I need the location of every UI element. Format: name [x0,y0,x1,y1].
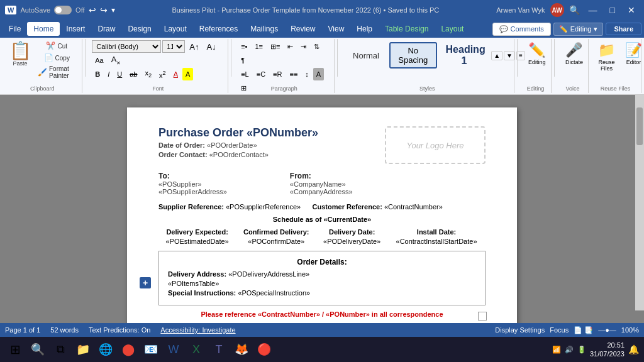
reuse-files-button[interactable]: 📁 ReuseFiles [594,40,619,74]
delivery-address-value: «PODeliveryAddressLine» [228,270,309,278]
styles-scroll-down[interactable]: ▼ [504,51,515,60]
add-content-button[interactable]: + [140,277,151,288]
display-settings[interactable]: Display Settings [495,326,545,334]
avatar[interactable]: AW [550,3,564,17]
start-button[interactable]: ⊞ [5,339,25,359]
editing-dropdown-button[interactable]: ✏️ Editing ▾ [553,23,604,36]
checkbox[interactable] [478,312,487,321]
highlight-button[interactable]: A [182,68,193,80]
menu-table-design[interactable]: Table Design [379,22,435,36]
bold-button[interactable]: B [92,68,103,80]
accessibility[interactable]: Accessibility: Investigate [160,326,235,334]
font-row-1: Calibri (Body) 11 A↑ A↓ Aa A✕ [92,40,224,67]
word-app[interactable]: W [164,339,184,359]
align-center-button[interactable]: ≡C [253,68,269,80]
style-normal[interactable]: Normal [344,47,388,64]
menu-layout[interactable]: Layout [158,22,193,36]
outlook-app[interactable]: 📧 [141,339,161,359]
underline-button[interactable]: U [114,68,125,80]
scrollbar-vertical[interactable] [635,95,644,310]
minimize-button[interactable]: — [585,0,601,20]
decrease-font-button[interactable]: A↓ [203,40,219,53]
notification-icon[interactable]: 🔔 [628,344,639,354]
quick-access-icon[interactable]: ▾ [111,6,115,14]
file-explorer[interactable]: 📁 [73,339,93,359]
line-spacing-button[interactable]: ↕ [302,68,312,80]
menu-help[interactable]: Help [350,22,379,36]
close-button[interactable]: ✕ [624,0,639,20]
style-items: Normal No Spacing Heading 1 ▲ ▼ ≡ [344,40,525,70]
search-taskbar[interactable]: 🔍 [28,339,48,359]
bullets-button[interactable]: ≡• [238,40,250,53]
logo-placeholder: Your Logo Here [385,126,486,164]
sort-button[interactable]: ⇅ [311,40,323,53]
paragraph-label: Paragraph [234,85,334,92]
decrease-indent-button[interactable]: ⇤ [284,40,296,53]
editor-button[interactable]: 📝 Editor [621,40,644,67]
share-button[interactable]: Share [606,23,641,35]
to-supplier: «POSupplier» [158,180,227,188]
task-view[interactable]: ⧉ [50,339,70,359]
chrome-browser-2[interactable]: 🔴 [254,339,274,359]
menu-draw[interactable]: Draw [91,22,121,36]
comments-button[interactable]: 💬 Comments [492,23,551,36]
chrome-browser[interactable]: ⬤ [118,339,138,359]
style-nospacing[interactable]: No Spacing [389,42,437,69]
editing-icon: ✏️ [528,42,545,58]
italic-button[interactable]: I [104,68,113,80]
firefox-browser[interactable]: 🦊 [231,339,252,359]
from-block: From: «CompanyName» «CompanyAddress» [290,172,353,195]
menu-table-layout[interactable]: Layout [435,22,470,36]
subscript-button[interactable]: x2 [142,68,155,80]
search-icon[interactable]: 🔍 [569,5,580,15]
multilevel-button[interactable]: ⊞≡ [267,40,283,53]
paste-button[interactable]: 📋 Paste [6,40,34,69]
scroll-thumb[interactable] [636,107,643,145]
menu-references[interactable]: References [193,22,244,36]
menu-mailings[interactable]: Mailings [244,22,284,36]
font-name-select[interactable]: Calibri (Body) [92,40,161,53]
microphone-icon: 🎤 [565,42,582,58]
autosave-toggle[interactable] [54,6,72,14]
para-row-1: ≡• 1≡ ⊞≡ ⇤ ⇥ ⇅ ¶ [238,40,330,67]
layout-icons[interactable]: 📄 📑 [574,326,593,334]
doc-scroll[interactable]: Purchase Order «PONumber» Date of Order:… [0,95,644,323]
cut-button[interactable]: ✂️ Cut [35,40,78,52]
excel-app[interactable]: X [186,339,206,359]
increase-indent-button[interactable]: ⇥ [297,40,309,53]
copy-button[interactable]: 📄 Copy [35,52,78,63]
menu-home[interactable]: Home [27,22,60,36]
justify-button[interactable]: ≡≡ [286,68,301,80]
strikethrough-button[interactable]: ab [126,68,140,80]
superscript-button[interactable]: x2 [156,68,169,80]
clear-format-button[interactable]: A✕ [108,54,125,67]
menu-insert[interactable]: Insert [60,22,91,36]
undo-icon[interactable]: ↩ [89,5,96,15]
format-painter-button[interactable]: 🖌️ Format Painter [35,64,78,80]
dictate-button[interactable]: 🎤 Dictate [561,40,587,67]
change-case-button[interactable]: Aa [92,54,106,67]
numbering-button[interactable]: 1≡ [252,40,266,53]
menu-view[interactable]: View [322,22,351,36]
shading-button[interactable]: A [313,68,324,80]
menu-design[interactable]: Design [121,22,157,36]
increase-font-button[interactable]: A↑ [186,40,202,53]
align-right-button[interactable]: ≡R [270,68,285,80]
comment-icon: 💬 [499,25,508,33]
edge-browser[interactable]: 🌐 [96,339,116,359]
style-heading1[interactable]: Heading 1 [438,40,491,70]
redo-icon[interactable]: ↪ [100,5,108,15]
styles-scroll-up[interactable]: ▲ [491,51,502,60]
show-marks-button[interactable]: ¶ [238,54,248,67]
editing-button[interactable]: ✏️ Editing [524,40,550,67]
supplier-ref-value: «POSupplierReference» [226,203,301,211]
menu-review[interactable]: Review [284,22,321,36]
zoom-slider[interactable]: —●— [598,326,616,334]
maximize-button[interactable]: □ [606,0,619,20]
align-left-button[interactable]: ≡L [238,68,252,80]
font-color-button[interactable]: A [170,68,181,80]
font-size-select[interactable]: 11 [162,40,185,53]
teams-app[interactable]: T [209,339,229,359]
focus-mode[interactable]: Focus [550,326,569,334]
menu-file[interactable]: File [3,22,27,36]
